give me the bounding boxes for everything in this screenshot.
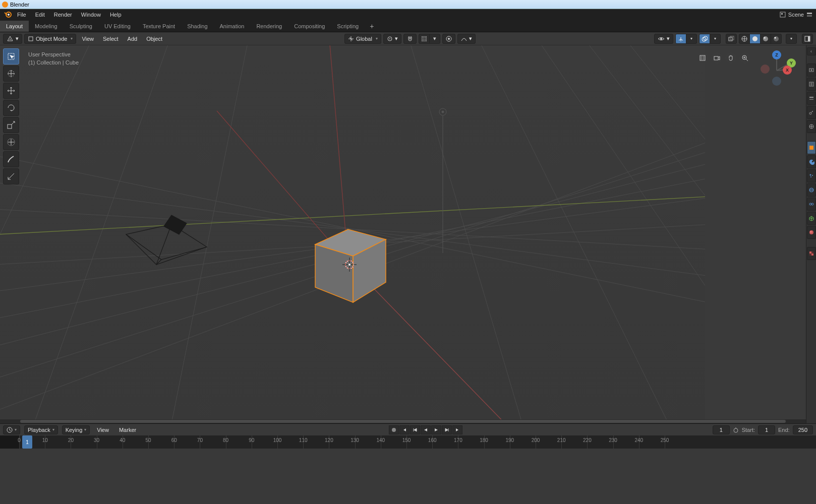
gizmo-z-axis[interactable]: Z	[772, 50, 781, 59]
show-overlays-toggle[interactable]	[699, 34, 710, 44]
play-reverse-button[interactable]	[421, 425, 431, 434]
playback-menu[interactable]: Playback▾	[24, 425, 58, 434]
add-workspace-button[interactable]: +	[365, 22, 379, 30]
xray-toggle[interactable]	[726, 34, 737, 44]
tool-scale[interactable]	[3, 117, 19, 133]
jump-next-key-button[interactable]	[442, 425, 452, 434]
workspace-modeling[interactable]: Modeling	[29, 21, 64, 32]
n-panel-toggle[interactable]: ‹	[807, 47, 816, 55]
prop-tab-constraint[interactable]	[807, 198, 816, 211]
viewport-scroll[interactable]	[0, 419, 806, 423]
orientation-selector[interactable]: Global ▾	[344, 34, 381, 44]
scene-selector[interactable]: Scene	[779, 11, 813, 18]
current-frame-input[interactable]: 1	[713, 425, 730, 434]
prop-tab-texture[interactable]	[807, 247, 816, 260]
shading-dropdown[interactable]: ▾	[786, 34, 797, 44]
jump-end-button[interactable]	[452, 425, 462, 434]
timeline-menu-view[interactable]: View	[94, 427, 112, 433]
gizmo-dropdown[interactable]: ▾	[686, 34, 697, 44]
keying-menu[interactable]: Keying▾	[62, 425, 90, 434]
prop-tab-particle[interactable]	[807, 169, 816, 182]
tool-select-box[interactable]	[3, 48, 19, 65]
menu-file[interactable]: File	[13, 10, 30, 19]
timeline-editor-selector[interactable]: ▾	[3, 425, 20, 434]
camera-button[interactable]	[711, 52, 722, 64]
overlay-dropdown[interactable]: ▾	[710, 34, 721, 44]
prop-tab-physics[interactable]	[807, 183, 816, 197]
timeline-ruler[interactable]: 0102030405060708090100110120130140150160…	[0, 435, 816, 449]
gizmo-neg-x-axis[interactable]	[761, 65, 770, 74]
proportional-edit-toggle[interactable]	[442, 34, 455, 44]
svg-point-23	[775, 37, 776, 38]
tool-cursor[interactable]	[3, 66, 19, 82]
timeline-tick-label: 40	[120, 437, 125, 443]
play-button[interactable]	[431, 425, 441, 434]
editor-type-selector[interactable]: ▾	[3, 34, 22, 44]
zoom-in-button[interactable]	[739, 52, 750, 64]
menu-help[interactable]: Help	[106, 10, 126, 19]
top-menu-bar: File Edit Render Window Help Scene	[0, 9, 816, 20]
end-frame-input[interactable]: 250	[793, 425, 813, 434]
prop-tab-modifier[interactable]	[807, 155, 816, 168]
tool-move[interactable]	[3, 83, 19, 99]
blender-icon[interactable]	[3, 10, 12, 19]
editor-type-icon	[7, 35, 14, 42]
workspace-scripting[interactable]: Scripting	[331, 21, 365, 32]
menu-edit[interactable]: Edit	[31, 10, 49, 19]
viewport-3d[interactable]: User Perspective (1) Collection | Cube Z…	[0, 45, 816, 423]
navigation-gizmo[interactable]: Z Y X	[756, 50, 797, 91]
visibility-selector[interactable]: ▾	[654, 34, 673, 44]
jump-prev-key-button[interactable]	[410, 425, 420, 434]
proportional-falloff[interactable]: ▾	[457, 34, 476, 44]
show-gizmo-toggle[interactable]	[675, 34, 686, 44]
snap-increment[interactable]	[419, 34, 430, 44]
autokey-toggle[interactable]	[389, 425, 399, 434]
start-label: Start:	[742, 427, 755, 433]
gizmo-neg-z-axis[interactable]	[772, 77, 781, 86]
shading-material[interactable]	[760, 34, 771, 44]
pivot-selector[interactable]: ▾	[383, 34, 401, 44]
viewport-menu-select[interactable]: Select	[99, 36, 122, 42]
timeline-tick-label: 140	[376, 437, 385, 443]
zoom-button[interactable]	[697, 52, 708, 64]
workspace-texture-paint[interactable]: Texture Paint	[137, 21, 181, 32]
viewport-menu-add[interactable]: Add	[124, 36, 141, 42]
menu-window[interactable]: Window	[77, 10, 105, 19]
prop-tab-render[interactable]	[807, 64, 816, 77]
prop-tab-data[interactable]	[807, 212, 816, 225]
prop-tab-output[interactable]	[807, 78, 816, 91]
workspace-sculpting[interactable]: Sculpting	[64, 21, 98, 32]
prop-tab-material[interactable]	[807, 226, 816, 239]
prop-tab-scene[interactable]	[807, 106, 816, 119]
tool-annotate[interactable]	[3, 151, 19, 167]
viewport-menu-object[interactable]: Object	[143, 36, 166, 42]
gizmo-x-axis[interactable]: X	[783, 66, 792, 75]
prop-tab-world[interactable]	[807, 120, 816, 133]
pan-button[interactable]	[725, 52, 736, 64]
menu-render[interactable]: Render	[50, 10, 76, 19]
workspace-rendering[interactable]: Rendering	[250, 21, 288, 32]
workspace-uv-editing[interactable]: UV Editing	[98, 21, 137, 32]
viewport-menu-view[interactable]: View	[78, 36, 97, 42]
workspace-compositing[interactable]: Compositing	[288, 21, 331, 32]
prop-tab-view-layer[interactable]	[807, 92, 816, 105]
snap-dropdown[interactable]: ▾	[429, 34, 440, 44]
timeline-menu-marker[interactable]: Marker	[116, 427, 139, 433]
jump-start-button[interactable]	[399, 425, 410, 434]
shading-rendered[interactable]	[771, 34, 782, 44]
shading-solid[interactable]	[749, 34, 761, 44]
workspace-layout[interactable]: Layout	[0, 21, 29, 32]
cube-object[interactable]	[310, 222, 391, 312]
tool-transform[interactable]	[3, 134, 19, 150]
snap-toggle[interactable]	[403, 34, 417, 44]
workspace-shading[interactable]: Shading	[181, 21, 213, 32]
sidebar-toggle[interactable]	[802, 34, 813, 44]
timeline-playhead[interactable]: 1	[22, 435, 32, 449]
shading-wireframe[interactable]	[739, 34, 750, 44]
workspace-animation[interactable]: Animation	[214, 21, 251, 32]
tool-rotate[interactable]	[3, 100, 19, 116]
tool-measure[interactable]	[3, 168, 19, 184]
mode-selector[interactable]: Object Mode ▾	[24, 34, 76, 44]
prop-tab-object[interactable]	[807, 141, 816, 154]
start-frame-input[interactable]: 1	[758, 425, 775, 434]
